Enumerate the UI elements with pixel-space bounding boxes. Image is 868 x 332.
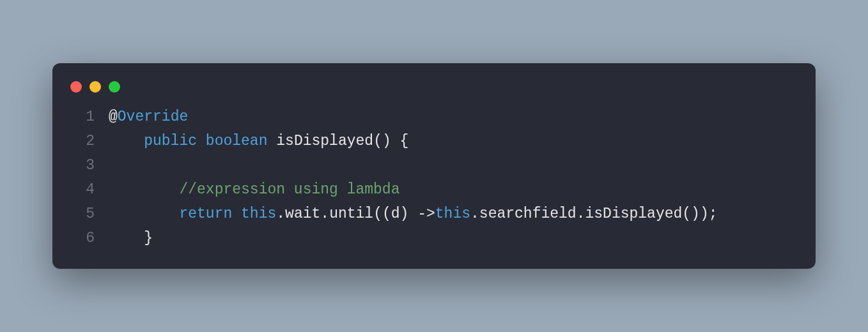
line-content: public boolean isDisplayed() { xyxy=(109,130,408,154)
code-token xyxy=(408,206,417,222)
code-token: -> xyxy=(417,206,435,222)
close-icon[interactable] xyxy=(70,81,82,93)
code-token: ()) xyxy=(682,206,708,222)
code-window: 1@Override2 public boolean isDisplayed()… xyxy=(52,63,816,269)
code-token: ; xyxy=(709,206,718,222)
code-line: 1@Override xyxy=(70,105,798,130)
code-line: 2 public boolean isDisplayed() { xyxy=(70,130,798,154)
line-number: 6 xyxy=(70,227,95,251)
code-token: d xyxy=(391,206,400,222)
line-number: 1 xyxy=(70,105,95,130)
window-titlebar xyxy=(52,79,816,105)
code-token: public xyxy=(144,133,197,149)
code-token: . xyxy=(577,206,585,222)
code-token: . xyxy=(470,206,479,222)
maximize-icon[interactable] xyxy=(109,81,120,93)
line-content: } xyxy=(109,227,153,251)
code-line: 6 } xyxy=(70,227,798,251)
code-line: 5 return this.wait.until((d) ->this.sear… xyxy=(70,202,798,227)
code-token: isDisplayed xyxy=(585,206,682,222)
code-token: ) xyxy=(400,206,409,222)
line-content: //expression using lambda xyxy=(109,178,399,202)
code-token: wait xyxy=(285,206,320,222)
line-number: 3 xyxy=(70,154,95,178)
code-token: Override xyxy=(118,109,188,125)
code-token: { xyxy=(400,133,409,149)
code-token: (( xyxy=(373,206,391,222)
code-token xyxy=(267,133,276,149)
code-token: searchfield xyxy=(479,206,577,222)
code-block: 1@Override2 public boolean isDisplayed()… xyxy=(52,105,816,251)
code-token: () xyxy=(373,133,391,149)
code-token: //expression using lambda xyxy=(179,181,399,198)
code-token: isDisplayed xyxy=(276,133,373,149)
minimize-icon[interactable] xyxy=(89,81,101,93)
code-token: this xyxy=(241,206,276,222)
code-token: } xyxy=(144,230,153,246)
line-content: @Override xyxy=(109,105,188,130)
code-token: . xyxy=(276,206,285,222)
code-token: return xyxy=(179,206,232,222)
code-token xyxy=(391,133,400,149)
line-number: 4 xyxy=(70,178,95,202)
code-token xyxy=(232,206,241,222)
code-token: until xyxy=(329,206,373,222)
code-token: this xyxy=(435,206,470,222)
line-content: return this.wait.until((d) ->this.search… xyxy=(109,202,718,227)
code-line: 3 xyxy=(70,154,798,178)
code-token xyxy=(197,133,206,149)
line-number: 5 xyxy=(70,202,95,227)
code-line: 4 //expression using lambda xyxy=(70,178,798,202)
code-token: . xyxy=(320,206,329,222)
line-number: 2 xyxy=(70,130,95,154)
code-token: boolean xyxy=(206,133,268,149)
code-token: @ xyxy=(109,109,118,125)
